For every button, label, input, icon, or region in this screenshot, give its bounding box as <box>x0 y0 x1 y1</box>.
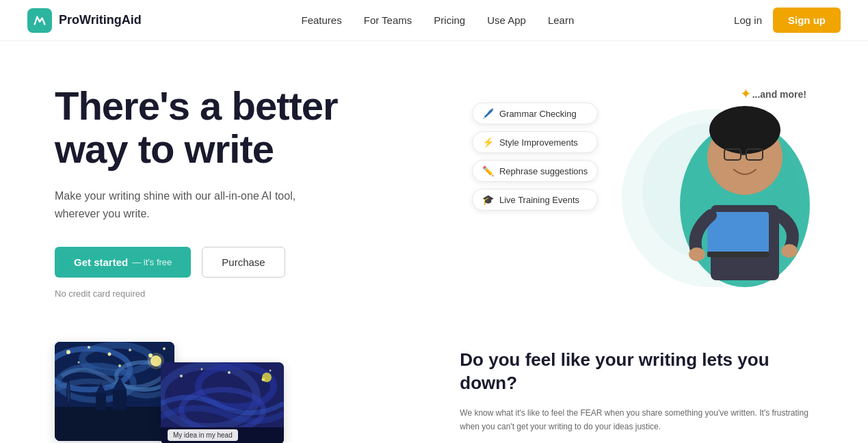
get-started-label: Get started <box>74 256 128 268</box>
svg-point-36 <box>180 375 183 377</box>
brand-logo[interactable]: ProWritingAid <box>27 8 142 33</box>
svg-point-10 <box>689 247 705 261</box>
idea-badge: My idea in my head <box>168 429 238 441</box>
pill-rephrase-label: Rephrase suggestions <box>499 166 588 176</box>
svg-rect-8 <box>707 212 769 253</box>
section-2-body: We know what it's like to feel the FEAR … <box>460 406 824 434</box>
image-card-2: My idea in my head <box>161 362 284 443</box>
svg-point-41 <box>262 373 272 382</box>
image-card-1 <box>55 342 174 441</box>
pill-style-label: Style Improvements <box>499 137 578 148</box>
brand-name: ProWritingAid <box>59 13 142 27</box>
pill-grammar: 🖊️ Grammar Checking <box>472 103 598 124</box>
logo-icon <box>27 8 52 33</box>
nav-actions: Log in Sign up <box>734 8 841 33</box>
pill-style: ⚡ Style Improvements <box>472 131 598 153</box>
get-started-button[interactable]: Get started — it's free <box>55 247 191 278</box>
svg-point-22 <box>163 347 166 350</box>
svg-point-18 <box>88 346 90 349</box>
hero-title: There's a better way to write <box>55 84 472 172</box>
svg-rect-29 <box>113 390 127 410</box>
rephrase-icon: ✏️ <box>482 165 494 176</box>
svg-point-17 <box>66 350 70 354</box>
hero-subtitle: Make your writing shine with our all-in-… <box>55 187 328 222</box>
svg-point-38 <box>228 371 231 374</box>
training-icon: 🎓 <box>482 194 494 205</box>
pill-rephrase: ✏️ Rephrase suggestions <box>472 160 598 182</box>
pill-grammar-label: Grammar Checking <box>499 109 577 119</box>
nav-for-teams[interactable]: For Teams <box>364 14 412 26</box>
section-2-text: Do you feel like your writing lets you d… <box>460 342 824 433</box>
section-2-image: My idea in my head <box>55 342 419 443</box>
svg-rect-27 <box>55 407 174 441</box>
svg-point-40 <box>269 370 272 372</box>
navbar: ProWritingAid Features For Teams Pricing… <box>0 0 868 41</box>
pill-training-label: Live Training Events <box>499 195 579 205</box>
nav-features[interactable]: Features <box>302 14 342 26</box>
feature-pills: 🖊️ Grammar Checking ⚡ Style Improvements… <box>472 103 598 211</box>
svg-point-20 <box>129 349 131 351</box>
nav-pricing[interactable]: Pricing <box>434 14 465 26</box>
hero-person-illustration <box>656 68 813 297</box>
nav-menu: Features For Teams Pricing Use App Learn <box>302 14 575 27</box>
signup-button[interactable]: Sign up <box>773 8 841 33</box>
hero-section: There's a better way to write Make your … <box>0 41 868 328</box>
svg-rect-9 <box>707 252 769 257</box>
free-label: — it's free <box>132 257 172 267</box>
svg-point-19 <box>108 353 111 356</box>
pill-training: 🎓 Live Training Events <box>472 189 598 211</box>
section-2: My idea in my head Do you feel like your… <box>0 328 868 443</box>
hero-image-area: ...and more! ✦ 🖊️ Grammar Checking ⚡ Sty… <box>472 82 813 301</box>
sparkle-icon: ✦ <box>740 85 752 102</box>
starry-night-image <box>55 342 174 441</box>
nav-use-app[interactable]: Use App <box>487 14 526 26</box>
purchase-button[interactable]: Purchase <box>202 247 285 278</box>
hero-buttons: Get started — it's free Purchase <box>55 247 472 278</box>
svg-point-24 <box>118 364 121 367</box>
svg-point-11 <box>781 244 798 258</box>
section-2-title: Do you feel like your writing lets you d… <box>460 349 824 395</box>
nav-learn[interactable]: Learn <box>548 14 574 26</box>
login-link[interactable]: Log in <box>734 14 762 26</box>
svg-point-37 <box>201 368 203 371</box>
no-credit-card-notice: No credit card required <box>55 288 472 299</box>
image-stack: My idea in my head <box>55 342 287 443</box>
svg-rect-28 <box>96 393 106 410</box>
svg-point-4 <box>712 113 778 154</box>
style-icon: ⚡ <box>482 137 494 148</box>
svg-point-23 <box>78 362 80 364</box>
grammar-icon: 🖊️ <box>482 108 494 119</box>
hero-content: There's a better way to write Make your … <box>55 84 472 299</box>
